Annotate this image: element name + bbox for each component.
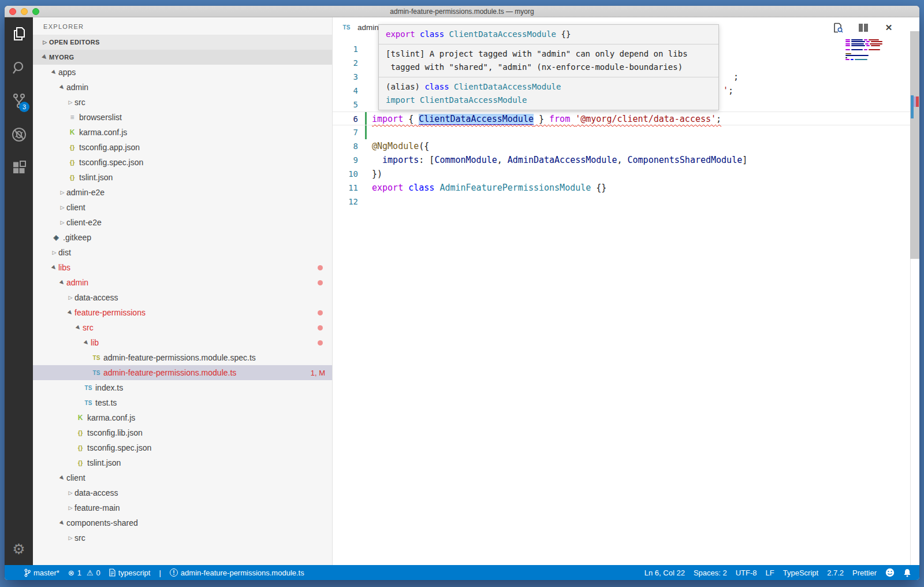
minimize-window-button[interactable] <box>21 8 28 15</box>
tree-item-label: tslint.json <box>87 458 121 467</box>
workspace-root-section[interactable]: ▶ MYORG <box>33 50 332 65</box>
chevron-expanded-icon: ▶ <box>50 68 59 77</box>
ts-version-status[interactable]: 2.7.2 <box>827 569 844 577</box>
tree-row[interactable]: ▶components-shared <box>33 515 332 530</box>
line-number: 6 <box>333 112 358 125</box>
tree-item-label: tsconfig.spec.json <box>87 443 151 452</box>
vscode-window: admin-feature-permissions.module.ts — my… <box>5 6 919 580</box>
status-file-name: admin-feature-permissions.module.ts <box>181 569 304 577</box>
tree-item-label: data-access <box>74 488 118 497</box>
extensions-icon[interactable] <box>5 151 33 185</box>
line-number: 12 <box>333 195 358 209</box>
line-number: 5 <box>333 98 358 112</box>
code-line[interactable]: 8@NgModule({ <box>333 139 919 153</box>
tree-row[interactable]: ▶lib <box>33 335 332 350</box>
code-line[interactable]: 11export class AdminFeaturePermissionsMo… <box>333 181 919 195</box>
tree-row[interactable]: ▶admin <box>33 80 332 95</box>
code-line[interactable]: 9 imports: [CommonModule, AdminDataAcces… <box>333 153 919 167</box>
explorer-icon[interactable] <box>5 17 33 51</box>
zoom-window-button[interactable] <box>32 8 39 15</box>
tree-row[interactable]: ▷admin-e2e <box>33 185 332 200</box>
tree-row[interactable]: ▶feature-permissions <box>33 305 332 320</box>
open-changes-icon[interactable] <box>833 23 843 33</box>
file-tree: ▶apps▶admin▷src≡browserslistKkarma.conf.… <box>33 65 332 545</box>
json-file-icon: {} <box>74 444 86 451</box>
editor-area: TS admin-feature-permissions.module.ts <box>333 17 919 565</box>
notifications-bell-icon[interactable] <box>903 569 911 577</box>
tree-row[interactable]: {}tsconfig.spec.json <box>33 155 332 170</box>
source-control-icon[interactable]: 3 <box>5 84 33 118</box>
tree-row[interactable]: TSadmin-feature-permissions.module.spec.… <box>33 350 332 365</box>
tree-item-label: src <box>74 533 85 543</box>
close-editor-icon[interactable]: ✕ <box>884 23 894 33</box>
tooltip-code-section: export class ClientDataAccessModule {} <box>379 25 718 44</box>
tree-row[interactable]: ≡browserslist <box>33 110 332 125</box>
split-editor-icon[interactable] <box>858 23 869 33</box>
line-number: 2 <box>333 56 358 70</box>
settings-gear-icon[interactable]: ⚙ <box>5 533 33 565</box>
editor-actions: ✕ <box>833 23 894 33</box>
eol-status[interactable]: LF <box>766 569 774 577</box>
tree-item-label: tsconfig.app.json <box>79 143 140 152</box>
search-icon[interactable] <box>5 51 33 84</box>
tree-row[interactable]: {}tsconfig.lib.json <box>33 425 332 440</box>
tree-item-label: client <box>66 473 85 482</box>
minimap-line <box>845 39 884 40</box>
code-line[interactable]: 7 <box>333 125 919 139</box>
tree-row[interactable]: ▷dist <box>33 245 332 260</box>
minimap-line <box>845 43 884 44</box>
tree-row[interactable]: {}tsconfig.app.json <box>33 140 332 155</box>
tree-row[interactable]: ▷src <box>33 95 332 110</box>
tree-row[interactable]: ▷feature-main <box>33 500 332 515</box>
line-number: 9 <box>333 153 358 167</box>
debug-icon[interactable] <box>5 118 33 151</box>
tree-row[interactable]: TSindex.ts <box>33 380 332 395</box>
problems-status[interactable]: ⊗ 1 ⚠ 0 <box>68 569 100 577</box>
encoding-status[interactable]: UTF-8 <box>736 569 757 577</box>
tree-row[interactable]: Kkarma.conf.js <box>33 410 332 425</box>
code-line[interactable]: 6import { ClientDataAccessModule } from … <box>333 112 919 125</box>
overview-ruler-scrollbar[interactable] <box>910 31 919 259</box>
tree-row[interactable]: ◈.gitkeep <box>33 230 332 245</box>
browserslist-file-icon: ≡ <box>66 113 78 121</box>
tree-row[interactable]: {}tsconfig.spec.json <box>33 440 332 455</box>
tree-row[interactable]: TSadmin-feature-permissions.module.ts1, … <box>33 365 332 380</box>
cursor-position-status[interactable]: Ln 6, Col 22 <box>644 569 685 577</box>
file-problems-status[interactable]: ! admin-feature-permissions.module.ts <box>170 569 304 577</box>
tree-row[interactable]: ▶admin <box>33 275 332 290</box>
chevron-collapsed-icon: ▷ <box>66 505 74 511</box>
linter-doc-icon <box>109 569 116 577</box>
tree-row[interactable]: ▶client <box>33 470 332 485</box>
code-line[interactable]: 10}) <box>333 167 919 181</box>
tree-item-label: .gitkeep <box>63 233 91 242</box>
tree-row[interactable]: ▷client <box>33 200 332 215</box>
linter-label: typescript <box>118 569 151 577</box>
tree-row[interactable]: ▶src <box>33 320 332 335</box>
close-window-button[interactable] <box>9 8 16 15</box>
tree-row[interactable]: ▷data-access <box>33 485 332 500</box>
tree-row[interactable]: ▶apps <box>33 65 332 80</box>
tree-row[interactable]: ▷client-e2e <box>33 215 332 230</box>
tree-row[interactable]: ▷src <box>33 530 332 545</box>
tree-row[interactable]: Kkarma.conf.js <box>33 125 332 140</box>
git-branch-status[interactable]: master* <box>24 569 59 577</box>
open-editors-section[interactable]: ▷ OPEN EDITORS <box>33 35 332 50</box>
tree-row[interactable]: {}tslint.json <box>33 170 332 185</box>
tree-item-label: admin <box>66 83 88 92</box>
feedback-smiley-icon[interactable] <box>885 568 895 577</box>
minimap[interactable] <box>845 39 884 63</box>
language-mode-status[interactable]: TypeScript <box>783 569 818 577</box>
chevron-collapsed-icon: ▷ <box>50 250 58 255</box>
tree-item-label: apps <box>58 68 76 77</box>
tree-row[interactable]: {}tslint.json <box>33 455 332 470</box>
linter-status[interactable]: typescript <box>109 569 151 577</box>
code-line[interactable]: 12 <box>333 195 919 209</box>
warning-icon: ⚠ <box>87 569 94 577</box>
indentation-status[interactable]: Spaces: 2 <box>694 569 727 577</box>
tree-row[interactable]: ▷data-access <box>33 290 332 305</box>
formatter-status[interactable]: Prettier <box>852 569 877 577</box>
tree-item-label: lib <box>91 338 99 347</box>
tree-row[interactable]: ▶libs <box>33 260 332 275</box>
tree-row[interactable]: TStest.ts <box>33 395 332 410</box>
chevron-collapsed-icon: ▷ <box>58 220 66 225</box>
